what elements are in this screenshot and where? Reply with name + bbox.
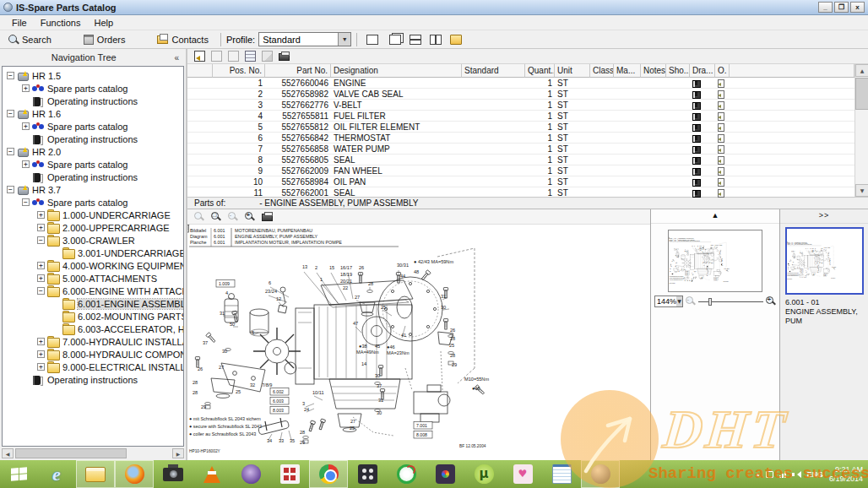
tree-item-5-000-attachments[interactable]: +5.000-ATTACHMENTS <box>3 272 183 285</box>
tree-item-6-001-engine-assembly-pump-a[interactable]: 6.001-ENGINE ASSEMBLY, PUMP A <box>3 297 183 310</box>
table-row[interactable]: 85527656805SEAL1ST <box>187 155 854 165</box>
taskbar-photo-viewer[interactable] <box>426 460 464 488</box>
zoom-in-icon[interactable]: + <box>766 296 776 306</box>
print-icon[interactable] <box>279 53 290 61</box>
plus-expander-icon[interactable]: + <box>37 350 45 358</box>
scroll-thumb[interactable] <box>855 78 868 110</box>
table-row[interactable]: 105527658984OIL PAN1ST <box>187 176 854 187</box>
tree-item-operating-instructions[interactable]: Operating instructions <box>3 95 183 107</box>
drawing-icon[interactable] <box>692 102 701 110</box>
plus-expander-icon[interactable]: + <box>37 211 45 219</box>
nav-collapse-button[interactable]: « <box>167 53 186 62</box>
drawing-icon[interactable] <box>692 179 701 187</box>
table-row[interactable]: 115527662001SEAL1ST <box>187 187 854 198</box>
tree-item-hr-3-7[interactable]: −HR 3.7 <box>3 183 183 196</box>
table-row[interactable]: 45527655811FUEL FILTER1ST <box>187 111 854 122</box>
plus-expander-icon[interactable]: + <box>37 363 45 371</box>
order-document-icon[interactable] <box>718 189 724 198</box>
tree-item-operating-instructions[interactable]: Operating instructions <box>3 373 183 386</box>
search-button[interactable]: Search <box>5 33 58 46</box>
taskbar-firefox[interactable] <box>115 460 154 488</box>
taskbar-utorrent[interactable]: µ <box>464 460 503 488</box>
column-header-quant[interactable]: Quant... <box>525 64 555 78</box>
profile-select[interactable]: Standard ▼ <box>258 32 351 46</box>
order-document-icon[interactable] <box>718 156 724 165</box>
taskbar-sphere-app[interactable] <box>581 460 620 488</box>
grid-view-icon[interactable] <box>245 51 256 62</box>
tree-item-2-000-uppercarriage[interactable]: +2.000-UPPERCARRIAGE <box>3 221 183 234</box>
drawing-icon[interactable] <box>692 157 701 165</box>
taskbar-internet-explorer[interactable]: e <box>37 460 76 488</box>
minus-expander-icon[interactable]: − <box>7 72 14 79</box>
tree-item-7-000-hydraulic-installation[interactable]: +7.000-HYDRAULIC INSTALLATION <box>3 335 183 348</box>
menu-help[interactable]: Help <box>87 17 120 29</box>
taskbar-notepad[interactable] <box>542 460 581 488</box>
drawing-icon[interactable] <box>692 124 701 132</box>
table-row[interactable]: 55527655812OIL FILTER ELEMENT1ST <box>187 122 854 133</box>
chevron-down-icon[interactable]: ▼ <box>338 33 350 46</box>
tree-item-1-000-undercarriage[interactable]: +1.000-UNDERCARRIAGE <box>3 209 183 221</box>
print-diagram-icon[interactable] <box>262 214 273 221</box>
tree-item-6-000-engine-with-attachments[interactable]: −6.000-ENGINE WITH ATTACHMENTS <box>3 285 183 297</box>
tree-item-4-000-working-equipments[interactable]: +4.000-WORKING EQUIPMENTS <box>3 259 183 272</box>
table-row[interactable]: 15527660046ENGINE1ST <box>187 78 854 89</box>
minus-expander-icon[interactable]: − <box>7 186 14 193</box>
tree-item-8-000-hydraulic-components[interactable]: +8.000-HYDRAULIC COMPONENTS <box>3 348 183 361</box>
tree-item-6-003-accelerator-heating[interactable]: 6.003-ACCELERATOR, HEATING <box>3 323 183 335</box>
drawing-icon[interactable] <box>692 190 701 198</box>
plus-expander-icon[interactable]: + <box>22 84 30 92</box>
taskbar-file-explorer[interactable] <box>76 460 115 488</box>
tree-item-3-000-crawler[interactable]: −3.000-CRAWLER <box>3 234 183 247</box>
table-row[interactable]: 75527656858WATER PUMP1ST <box>187 144 854 155</box>
minus-expander-icon[interactable]: − <box>7 110 14 117</box>
scroll-up-icon[interactable]: ▲ <box>855 64 868 77</box>
tree-item-spare-parts-catalog[interactable]: −Spare parts catalog <box>3 196 183 209</box>
tree-item-operating-instructions[interactable]: Operating instructions <box>3 171 183 183</box>
orders-button[interactable]: Orders <box>80 33 133 46</box>
column-header-ma[interactable]: Ma... <box>614 64 641 78</box>
taskbar-chrome[interactable] <box>309 460 348 488</box>
column-header-standard[interactable]: Standard <box>462 64 525 78</box>
layout-cascade-button[interactable] <box>389 35 401 45</box>
column-header-sho[interactable]: Sho... <box>666 64 690 78</box>
plus-expander-icon[interactable]: + <box>22 122 30 130</box>
menu-functions[interactable]: Functions <box>34 17 88 29</box>
table-row[interactable]: 95527662009FAN WHEEL1ST <box>187 165 854 176</box>
thumbnail-selected[interactable] <box>785 227 864 295</box>
column-header-blank[interactable] <box>730 64 854 78</box>
tree-item-spare-parts-catalog[interactable]: +Spare parts catalog <box>3 158 183 171</box>
zoom-in-icon[interactable]: + <box>245 212 255 222</box>
layout-hsplit-button[interactable] <box>410 35 421 45</box>
transfer-document-icon[interactable] <box>194 51 205 62</box>
column-header-dra[interactable]: Dra... <box>690 64 715 78</box>
nav-hscrollbar[interactable]: ◀ ▶ <box>2 447 184 459</box>
order-document-icon[interactable] <box>718 145 724 154</box>
plus-expander-icon[interactable]: + <box>37 224 45 231</box>
plus-expander-icon[interactable]: + <box>37 262 45 269</box>
drawing-icon[interactable] <box>692 168 701 176</box>
tree-item-hr-1-5[interactable]: −HR 1.5 <box>3 69 183 82</box>
taskbar-tor-browser[interactable] <box>231 460 270 488</box>
drawing-icon[interactable] <box>692 146 701 154</box>
slider-thumb[interactable] <box>708 298 712 306</box>
tree-item-9-000-electrical-installation[interactable]: +9.000-ELECTRICAL INSTALLATION <box>3 361 183 373</box>
column-header-blank[interactable] <box>187 64 213 78</box>
scroll-down-icon[interactable]: ▼ <box>855 184 868 197</box>
order-document-icon[interactable] <box>718 101 724 110</box>
order-document-icon[interactable] <box>718 79 724 88</box>
tree-item-6-002-mounting-parts-engine[interactable]: 6.002-MOUNTING PARTS - ENGINE <box>3 310 183 323</box>
tree-item-hr-1-6[interactable]: −HR 1.6 <box>3 107 183 120</box>
zoom-slider[interactable] <box>698 297 763 306</box>
table-row[interactable]: 35527662776V-BELT1ST <box>187 100 854 111</box>
tree-item-spare-parts-catalog[interactable]: +Spare parts catalog <box>3 120 183 133</box>
drawing-icon[interactable] <box>692 91 701 99</box>
column-header-unit[interactable]: Unit <box>555 64 590 78</box>
column-header-notes[interactable]: Notes <box>641 64 666 78</box>
table-row[interactable]: 25527658982VALVE CAB SEAL1ST <box>187 89 854 100</box>
network-icon[interactable] <box>779 471 786 478</box>
taskbar-vlc[interactable] <box>193 460 231 488</box>
clock[interactable]: 9:21 AM 6/19/2014 <box>829 465 863 484</box>
table-row[interactable]: 65527656842THERMOSTAT1ST <box>187 133 854 144</box>
usb-tray-icon[interactable] <box>766 471 773 478</box>
column-header-o[interactable]: O. <box>715 64 730 78</box>
